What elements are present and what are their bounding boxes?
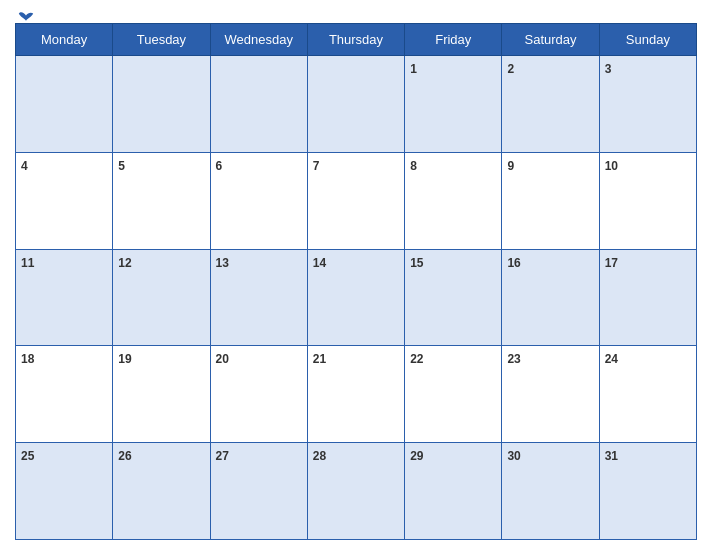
- calendar-cell: [16, 56, 113, 153]
- calendar-cell: 10: [599, 152, 696, 249]
- calendar-cell: 23: [502, 346, 599, 443]
- calendar-cell: 28: [307, 443, 404, 540]
- day-number: 9: [507, 159, 514, 173]
- calendar-cell: 24: [599, 346, 696, 443]
- day-header-saturday: Saturday: [502, 24, 599, 56]
- day-number: 18: [21, 352, 34, 366]
- day-number: 30: [507, 449, 520, 463]
- week-row: 45678910: [16, 152, 697, 249]
- day-number: 6: [216, 159, 223, 173]
- calendar-cell: 20: [210, 346, 307, 443]
- days-header-row: MondayTuesdayWednesdayThursdayFridaySatu…: [16, 24, 697, 56]
- day-number: 3: [605, 62, 612, 76]
- logo: [15, 10, 35, 28]
- week-row: 25262728293031: [16, 443, 697, 540]
- calendar-cell: 12: [113, 249, 210, 346]
- day-number: 5: [118, 159, 125, 173]
- day-number: 31: [605, 449, 618, 463]
- day-header-monday: Monday: [16, 24, 113, 56]
- day-header-thursday: Thursday: [307, 24, 404, 56]
- day-number: 26: [118, 449, 131, 463]
- day-header-tuesday: Tuesday: [113, 24, 210, 56]
- day-number: 23: [507, 352, 520, 366]
- calendar-cell: 5: [113, 152, 210, 249]
- day-number: 19: [118, 352, 131, 366]
- calendar-cell: 13: [210, 249, 307, 346]
- day-number: 8: [410, 159, 417, 173]
- day-number: 4: [21, 159, 28, 173]
- day-header-friday: Friday: [405, 24, 502, 56]
- day-number: 7: [313, 159, 320, 173]
- calendar-cell: 9: [502, 152, 599, 249]
- calendar-cell: 19: [113, 346, 210, 443]
- week-row: 123: [16, 56, 697, 153]
- calendar-cell: 11: [16, 249, 113, 346]
- calendar-cell: 6: [210, 152, 307, 249]
- day-number: 20: [216, 352, 229, 366]
- day-number: 10: [605, 159, 618, 173]
- day-number: 28: [313, 449, 326, 463]
- calendar-cell: 18: [16, 346, 113, 443]
- day-number: 29: [410, 449, 423, 463]
- day-number: 24: [605, 352, 618, 366]
- calendar-cell: 4: [16, 152, 113, 249]
- day-number: 2: [507, 62, 514, 76]
- calendar-table: MondayTuesdayWednesdayThursdayFridaySatu…: [15, 23, 697, 540]
- calendar-cell: [113, 56, 210, 153]
- day-number: 17: [605, 256, 618, 270]
- calendar-cell: 14: [307, 249, 404, 346]
- page-header: [15, 10, 697, 23]
- calendar-cell: 2: [502, 56, 599, 153]
- logo-bird-icon: [17, 10, 35, 28]
- calendar-cell: 29: [405, 443, 502, 540]
- day-number: 12: [118, 256, 131, 270]
- day-number: 15: [410, 256, 423, 270]
- day-number: 11: [21, 256, 34, 270]
- calendar-cell: [307, 56, 404, 153]
- day-header-wednesday: Wednesday: [210, 24, 307, 56]
- day-number: 1: [410, 62, 417, 76]
- calendar-cell: 27: [210, 443, 307, 540]
- day-number: 21: [313, 352, 326, 366]
- calendar-cell: 7: [307, 152, 404, 249]
- calendar-cell: 16: [502, 249, 599, 346]
- calendar-cell: 3: [599, 56, 696, 153]
- day-number: 16: [507, 256, 520, 270]
- calendar-cell: 8: [405, 152, 502, 249]
- calendar-cell: [210, 56, 307, 153]
- day-number: 22: [410, 352, 423, 366]
- week-row: 11121314151617: [16, 249, 697, 346]
- day-number: 27: [216, 449, 229, 463]
- calendar-cell: 17: [599, 249, 696, 346]
- calendar-cell: 25: [16, 443, 113, 540]
- calendar-cell: 30: [502, 443, 599, 540]
- calendar-cell: 26: [113, 443, 210, 540]
- day-number: 25: [21, 449, 34, 463]
- calendar-cell: 21: [307, 346, 404, 443]
- day-header-sunday: Sunday: [599, 24, 696, 56]
- calendar-cell: 1: [405, 56, 502, 153]
- day-number: 13: [216, 256, 229, 270]
- calendar-cell: 15: [405, 249, 502, 346]
- calendar-cell: 22: [405, 346, 502, 443]
- calendar-cell: 31: [599, 443, 696, 540]
- week-row: 18192021222324: [16, 346, 697, 443]
- day-number: 14: [313, 256, 326, 270]
